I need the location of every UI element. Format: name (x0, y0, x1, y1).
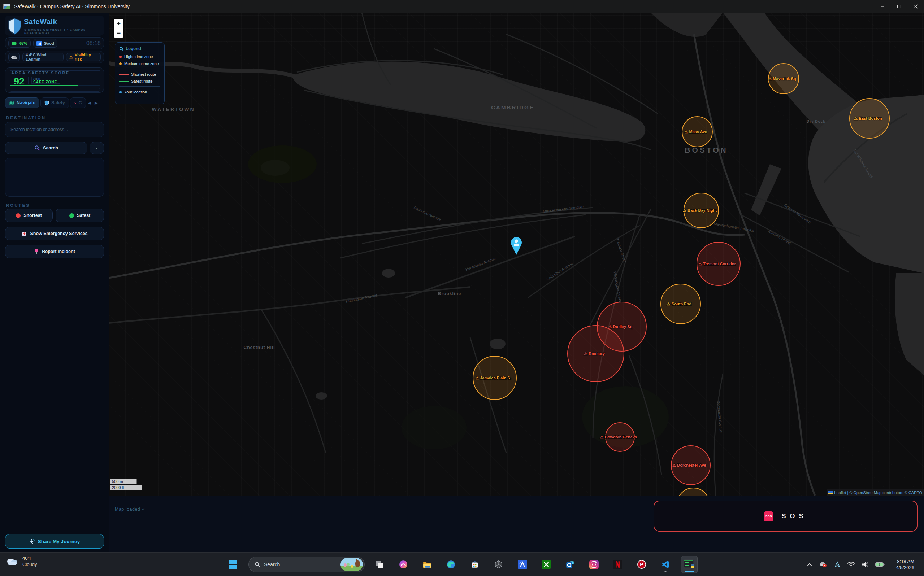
area-safety-score-panel: AREA SAFETY SCORE 92 /100 SAFE ZONE ✓ (5, 67, 104, 93)
volume-icon[interactable] (861, 561, 869, 568)
unity-cube-icon (494, 560, 503, 569)
street-label: Massachusetts Turnpike (714, 221, 755, 233)
legend-title: Legend (126, 46, 141, 51)
tabs-scroll-right[interactable]: ▶ (93, 98, 99, 108)
netflix-button[interactable] (610, 556, 626, 573)
safewalk-window: SafeWalk · Campus Safety AI · Simmons Un… (0, 0, 924, 576)
microsoft-store-button[interactable] (466, 556, 483, 573)
window-titlebar: SafeWalk · Campus Safety AI · Simmons Un… (0, 0, 924, 13)
file-explorer-button[interactable] (419, 556, 436, 573)
safety-zone-label: SAFE ZONE ✓ (31, 80, 60, 84)
copilot-button[interactable] (395, 556, 412, 573)
a-app-button[interactable] (514, 556, 531, 573)
pinterest-button[interactable]: P (633, 556, 650, 573)
show-emergency-services-button[interactable]: Show Emergency Services (5, 227, 104, 240)
water-layer (109, 13, 924, 400)
taskbar-clock[interactable]: 8:18 AM 4/5/2026 (896, 558, 914, 571)
destination-heading: DESTINATION (6, 115, 46, 120)
search-results-panel (5, 158, 104, 197)
legend-medium-label: Medium crime zone (124, 61, 159, 66)
safety-progress-fill (10, 85, 78, 86)
destination-search-input[interactable] (5, 122, 104, 137)
crime-zone-label: ⚠ South End (666, 302, 692, 306)
instagram-icon (589, 560, 599, 569)
sidebar-tabs: Navigate Safety C ◀ ▶ (5, 98, 104, 108)
street-label: Brookline Avenue (413, 205, 442, 222)
outlook-icon (565, 560, 575, 569)
maximize-button[interactable] (891, 0, 907, 13)
city-label: Dry Dock (807, 120, 825, 123)
windows-taskbar: 40°F Cloudy Search (0, 552, 924, 576)
map-status-text: Map loaded ✓ (115, 506, 146, 512)
search-icon (255, 562, 260, 567)
task-view-button[interactable] (371, 556, 388, 573)
street-label: Tremont Street (615, 238, 627, 263)
round-pin-icon (34, 249, 39, 255)
attribution-text[interactable]: Leaflet | © OpenStreetMap contributors ©… (834, 490, 922, 495)
zoom-out-button[interactable]: − (114, 28, 123, 38)
high-zone-dot-icon (119, 56, 122, 58)
close-button[interactable] (907, 0, 924, 13)
map-icon (9, 101, 14, 106)
tab-safety[interactable]: Safety (40, 98, 69, 108)
zoom-in-button[interactable]: + (114, 19, 123, 28)
python-terminal-app-button[interactable] (681, 556, 698, 573)
report-incident-button[interactable]: Report Incident (5, 245, 104, 258)
crime-zone-label: ⚠ Dorchester Ave (672, 463, 706, 467)
onedrive-error-icon[interactable] (819, 561, 828, 568)
app-subtitle: SIMMONS UNIVERSITY · CAMPUS GUARDIAN AI (24, 28, 104, 35)
vscode-button[interactable] (657, 556, 674, 573)
crime-zone-label: ⚠ Tremont Corridor (698, 262, 736, 266)
taskbar-search-box[interactable]: Search (248, 557, 365, 573)
shield-icon (45, 100, 49, 106)
xbox-button[interactable] (538, 556, 555, 573)
app-name: SafeWalk (24, 18, 57, 26)
sos-button[interactable]: SOS SOS (653, 501, 918, 531)
collapse-panel-button[interactable]: ‹ (90, 142, 104, 154)
tray-overflow-chevron-icon[interactable] (806, 562, 813, 567)
shortest-route-button[interactable]: Shortest (5, 209, 53, 222)
task-view-icon (375, 560, 384, 569)
street-label: Summer Street (767, 229, 791, 245)
sos-label: SOS (781, 512, 807, 520)
search-highlight-image (341, 558, 363, 571)
cloud-icon (6, 557, 19, 566)
city-label: Brookline (438, 291, 461, 296)
crime-zone-unlabeled[interactable] (677, 488, 709, 496)
safest-route-button[interactable]: Safest (56, 209, 104, 222)
tabs-scroll-left[interactable]: ◀ (87, 98, 93, 108)
battery-charging-icon[interactable] (875, 562, 885, 567)
microsoft-store-icon (470, 560, 479, 569)
app-header: SafeWalk SIMMONS UNIVERSITY · CAMPUS GUA… (5, 16, 104, 36)
file-explorer-icon (423, 560, 432, 569)
instagram-button[interactable] (586, 556, 602, 573)
minimize-button[interactable] (874, 0, 891, 13)
crime-zone-label: ⚠ Maverick Sq (768, 77, 796, 81)
battery-status: 67% (8, 39, 31, 48)
bottom-bar-divider (122, 499, 924, 499)
tab-contacts[interactable]: C (70, 98, 86, 108)
share-my-journey-button[interactable]: Share My Journey (5, 534, 104, 549)
tab-navigate[interactable]: Navigate (5, 98, 39, 108)
ukraine-flag-icon (828, 491, 833, 494)
xbox-icon (541, 560, 551, 569)
location-active-icon[interactable] (834, 561, 841, 568)
start-button[interactable] (224, 556, 241, 573)
outlook-button[interactable] (562, 556, 578, 573)
safety-progress-track (10, 85, 100, 86)
search-icon (34, 145, 40, 151)
svg-text:P: P (640, 562, 643, 567)
search-button[interactable]: Search (5, 142, 87, 154)
unity-hub-button[interactable] (490, 556, 507, 573)
taskbar-weather-widget[interactable]: 40°F Cloudy (6, 555, 37, 567)
signal-bars-icon (37, 41, 42, 46)
routes-heading: ROUTES (6, 203, 30, 208)
wifi-icon[interactable] (847, 561, 855, 568)
bottom-status-bar: Map loaded ✓ SOS SOS (109, 496, 924, 552)
edge-button[interactable] (443, 556, 459, 573)
scale-imperial: 2000 ft (110, 485, 142, 490)
map-canvas[interactable]: Massachusetts TurnpikeMassachusetts Turn… (109, 13, 924, 496)
weather-chip (8, 53, 20, 61)
safety-score-value: 92 (10, 77, 29, 84)
user-location-pin[interactable] (511, 237, 522, 255)
